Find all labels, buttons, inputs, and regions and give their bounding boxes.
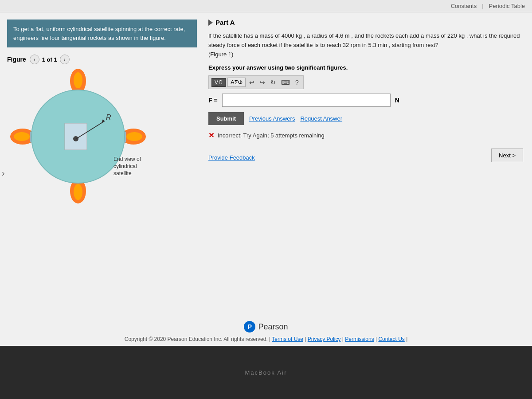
aso-button[interactable]: AΣΦ	[227, 78, 246, 87]
satellite-diagram: R End view of cylindrical satellite	[7, 68, 149, 205]
provide-feedback-link[interactable]: Provide Feedback	[208, 154, 255, 161]
pearson-logo: P Pearson	[0, 321, 532, 332]
keyboard-icon[interactable]: ⌨	[279, 78, 292, 87]
footer: P Pearson Copyright © 2020 Pearson Educa…	[0, 314, 532, 346]
question-text: If the satellite has a mass of 4000 kg ,…	[208, 31, 523, 59]
incorrect-text: Incorrect; Try Again; 5 attempts remaini…	[218, 132, 325, 139]
svg-point-14	[73, 136, 78, 141]
answer-row: F = N	[208, 94, 523, 107]
incorrect-box: ✕ Incorrect; Try Again; 5 attempts remai…	[208, 131, 523, 140]
pearson-name: Pearson	[258, 322, 288, 332]
request-answer-link[interactable]: Request Answer	[300, 115, 342, 122]
vo-button[interactable]: VΩ	[211, 78, 226, 87]
macbook-label: MacBook Air	[245, 369, 287, 376]
previous-answers-link[interactable]: Previous Answers	[249, 115, 295, 122]
svg-text:cylindrical: cylindrical	[113, 163, 137, 169]
end-view-text: End view of	[113, 156, 141, 162]
f-label: F =	[208, 97, 218, 104]
constants-link[interactable]: Constants	[451, 3, 477, 9]
pearson-circle-icon: P	[244, 321, 255, 332]
svg-text:R: R	[106, 113, 111, 121]
svg-point-3	[74, 184, 82, 200]
refresh-icon[interactable]: ↻	[269, 78, 278, 87]
part-label: Part A	[215, 19, 235, 26]
permissions-link[interactable]: Permissions	[345, 336, 374, 342]
separator1: |	[482, 3, 483, 9]
submit-row: Submit Previous Answers Request Answer	[208, 112, 523, 125]
periodic-table-link[interactable]: Periodic Table	[489, 3, 525, 9]
copyright-row: Copyright © 2020 Pearson Education Inc. …	[0, 336, 532, 342]
help-icon[interactable]: ?	[293, 78, 301, 87]
submit-button[interactable]: Submit	[208, 112, 244, 125]
answer-input[interactable]	[222, 94, 391, 107]
problem-description: To get a flat, uniform cylindrical satel…	[7, 20, 197, 47]
figure-next-btn[interactable]: ›	[60, 55, 70, 64]
figure-label-row: Figure ‹ 1 of 1 ›	[7, 55, 70, 64]
part-header: Part A	[208, 19, 523, 26]
svg-point-7	[126, 132, 142, 141]
unit-label: N	[395, 97, 399, 104]
answer-toolbar: VΩ AΣΦ ↩ ↪ ↻ ⌨ ?	[208, 75, 304, 89]
contact-link[interactable]: Contact Us	[378, 336, 404, 342]
figure-nav-text: 1 of 1	[42, 56, 57, 63]
top-bar: Constants | Periodic Table	[0, 0, 532, 12]
svg-point-1	[74, 72, 82, 88]
figure-prev-btn[interactable]: ‹	[30, 55, 39, 64]
terms-link[interactable]: Terms of Use	[272, 336, 303, 342]
privacy-link[interactable]: Privacy Policy	[308, 336, 341, 342]
svg-point-5	[14, 132, 30, 141]
x-icon: ✕	[208, 131, 214, 140]
svg-text:satellite: satellite	[113, 170, 132, 176]
express-label: Express your answer using two significan…	[208, 64, 523, 71]
part-arrow-icon	[208, 20, 213, 26]
right-panel: Part A If the satellite has a mass of 40…	[204, 12, 532, 314]
copyright-text: Copyright © 2020 Pearson Education Inc. …	[125, 336, 268, 342]
redo-icon[interactable]: ↪	[258, 78, 267, 87]
next-button[interactable]: Next >	[491, 149, 523, 162]
figure-label-text: Figure	[7, 56, 26, 63]
left-panel: To get a flat, uniform cylindrical satel…	[0, 12, 204, 314]
figure-section: Figure ‹ 1 of 1 ›	[7, 55, 197, 205]
bottom-bar: MacBook Air	[0, 346, 532, 399]
undo-icon[interactable]: ↩	[247, 78, 256, 87]
